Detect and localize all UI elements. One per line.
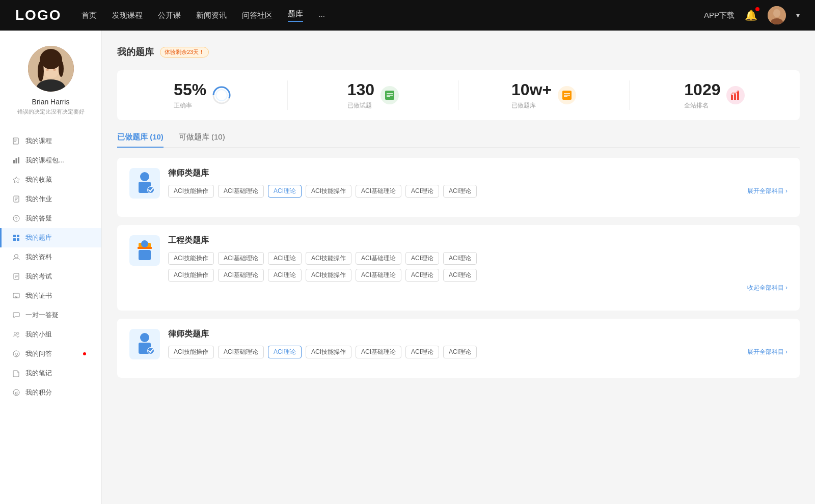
expand-link-1[interactable]: 展开全部科目 › xyxy=(747,187,787,195)
svg-point-30 xyxy=(15,255,18,258)
tag-0-5[interactable]: ACI理论 xyxy=(405,185,439,198)
edit-icon xyxy=(12,195,20,203)
sidebar-item-points[interactable]: 积 我的积分 xyxy=(0,383,101,402)
tag-1-1-6[interactable]: ACI理论 xyxy=(443,269,477,282)
stats-row: 55% 正确率 130 已做试题 xyxy=(117,70,800,120)
qbank-tags-2-row1: ACI技能操作 ACI基础理论 ACI理论 ACI技能操作 ACI基础理论 AC… xyxy=(168,252,787,265)
nav-qa[interactable]: 问答社区 xyxy=(242,11,273,20)
tab-available[interactable]: 可做题库 (10) xyxy=(179,132,225,147)
sidebar-item-certificates[interactable]: 我的证书 xyxy=(0,286,101,305)
tag-1-1-2[interactable]: ACI理论 xyxy=(268,269,302,282)
stat-banks: 10w+ 已做题库 xyxy=(459,80,630,110)
notification-bell[interactable]: 🔔 xyxy=(745,9,757,21)
page-header: 我的题库 体验剩余23天！ xyxy=(117,46,800,58)
qbank-tags-1: ACI技能操作 ACI基础理论 ACI理论 ACI技能操作 ACI基础理论 AC… xyxy=(168,185,787,198)
page-title: 我的题库 xyxy=(117,46,154,58)
tab-done[interactable]: 已做题库 (10) xyxy=(117,132,164,147)
tag-1-0-1[interactable]: ACI基础理论 xyxy=(218,252,264,265)
tag-1-1-5[interactable]: ACI理论 xyxy=(405,269,439,282)
svg-rect-27 xyxy=(17,235,19,237)
stat-banks-value: 10w+ xyxy=(511,80,552,99)
qbank-lawyer-icon-1 xyxy=(129,168,160,199)
stat-accuracy-icon xyxy=(212,86,231,104)
svg-point-7 xyxy=(41,51,61,69)
user-dropdown-arrow[interactable]: ▾ xyxy=(796,11,800,19)
tag-2-2[interactable]: ACI理论 xyxy=(268,346,302,358)
tag-1-0-0[interactable]: ACI技能操作 xyxy=(168,252,214,265)
sidebar-item-one-on-one[interactable]: 一对一答疑 xyxy=(0,305,101,325)
tag-2-4[interactable]: ACI基础理论 xyxy=(356,346,401,358)
tag-1-1-1[interactable]: ACI基础理论 xyxy=(218,269,264,282)
sidebar-item-my-questions[interactable]: ? 我的答疑 xyxy=(0,209,101,228)
svg-point-47 xyxy=(216,90,227,101)
sidebar-item-my-qbank[interactable]: 我的题库 xyxy=(0,228,101,247)
tag-1-1-3[interactable]: ACI技能操作 xyxy=(306,269,351,282)
nav-discover[interactable]: 发现课程 xyxy=(112,11,143,20)
tag-0-3[interactable]: ACI技能操作 xyxy=(306,185,351,198)
qbank-engineer-icon xyxy=(129,235,160,266)
qbank-info-2: 工程类题库 ACI技能操作 ACI基础理论 ACI理论 ACI技能操作 ACI基… xyxy=(168,235,787,292)
svg-point-11 xyxy=(46,69,49,71)
stat-accuracy-text: 55% 正确率 xyxy=(174,80,206,110)
tag-2-3[interactable]: ACI技能操作 xyxy=(306,346,351,358)
tag-1-0-2[interactable]: ACI理论 xyxy=(268,252,302,265)
logo[interactable]: LOGO xyxy=(15,7,61,23)
bar-icon xyxy=(12,156,20,164)
svg-point-1 xyxy=(773,9,780,17)
expand-link-3[interactable]: 展开全部科目 › xyxy=(747,348,787,356)
svg-rect-58 xyxy=(737,91,739,100)
grid-icon xyxy=(12,234,20,242)
nav-questions[interactable]: 题库 xyxy=(288,9,303,22)
sidebar-item-favorites[interactable]: 我的收藏 xyxy=(0,170,101,189)
tag-1-0-4[interactable]: ACI基础理论 xyxy=(356,252,401,265)
tag-0-0[interactable]: ACI技能操作 xyxy=(168,185,214,198)
sidebar-my-qa-label: 我的问答 xyxy=(25,349,52,358)
qbank-name-3: 律师类题库 xyxy=(168,329,787,340)
tag-1-1-0[interactable]: ACI技能操作 xyxy=(168,269,214,282)
nav-home[interactable]: 首页 xyxy=(82,11,97,20)
trial-badge: 体验剩余23天！ xyxy=(160,47,209,58)
sidebar-avatar xyxy=(28,46,74,92)
sidebar-item-notes[interactable]: 我的笔记 xyxy=(0,363,101,383)
tag-1-0-6[interactable]: ACI理论 xyxy=(443,252,477,265)
tag-2-5[interactable]: ACI理论 xyxy=(405,346,439,358)
tag-0-1[interactable]: ACI基础理论 xyxy=(218,185,264,198)
nav-news[interactable]: 新闻资讯 xyxy=(196,11,227,20)
svg-rect-16 xyxy=(13,160,15,163)
sidebar-item-my-exams[interactable]: 我的考试 xyxy=(0,267,101,286)
tag-2-0[interactable]: ACI技能操作 xyxy=(168,346,214,358)
sidebar-item-my-groups[interactable]: 我的小组 xyxy=(0,325,101,344)
sidebar-item-my-qa[interactable]: Q 我的问答 xyxy=(0,344,101,363)
tag-2-6[interactable]: ACI理论 xyxy=(443,346,477,358)
collapse-link-2[interactable]: 收起全部科目 › xyxy=(747,284,787,292)
stat-questions-label: 已做试题 xyxy=(347,101,374,110)
sidebar-my-exams-label: 我的考试 xyxy=(25,272,52,281)
svg-point-40 xyxy=(17,332,19,334)
user-avatar-nav[interactable] xyxy=(768,6,786,24)
sidebar-item-homework[interactable]: 我的作业 xyxy=(0,189,101,209)
stat-rank-text: 1029 全站排名 xyxy=(684,80,720,110)
sidebar-item-my-courses[interactable]: 我的课程 xyxy=(0,131,101,151)
sidebar-item-my-profile[interactable]: 我的资料 xyxy=(0,247,101,267)
sidebar-my-groups-label: 我的小组 xyxy=(25,330,52,339)
qbank-info-3: 律师类题库 ACI技能操作 ACI基础理论 ACI理论 ACI技能操作 ACI基… xyxy=(168,329,787,358)
sidebar-item-course-package[interactable]: 我的课程包... xyxy=(0,151,101,170)
svg-point-67 xyxy=(140,333,149,342)
qbank-header-3: 律师类题库 ACI技能操作 ACI基础理论 ACI理论 ACI技能操作 ACI基… xyxy=(129,329,787,359)
qa-icon: Q xyxy=(12,350,20,358)
tag-1-0-5[interactable]: ACI理论 xyxy=(405,252,439,265)
nav-more[interactable]: ··· xyxy=(318,11,325,20)
stat-accuracy-label: 正确率 xyxy=(174,101,206,110)
app-download[interactable]: APP下载 xyxy=(704,11,735,20)
stat-questions: 130 已做试题 xyxy=(288,80,458,110)
sidebar-certificates-label: 我的证书 xyxy=(25,291,52,300)
tag-0-4[interactable]: ACI基础理论 xyxy=(356,185,401,198)
tag-1-1-4[interactable]: ACI基础理论 xyxy=(356,269,401,282)
tag-0-2[interactable]: ACI理论 xyxy=(268,185,302,198)
tag-0-6[interactable]: ACI理论 xyxy=(443,185,477,198)
tag-row-footer-2: 收起全部科目 › xyxy=(168,284,787,292)
tag-1-0-3[interactable]: ACI技能操作 xyxy=(306,252,351,265)
svg-marker-19 xyxy=(13,177,20,183)
tag-2-1[interactable]: ACI基础理论 xyxy=(218,346,264,358)
nav-opencourse[interactable]: 公开课 xyxy=(158,11,181,20)
